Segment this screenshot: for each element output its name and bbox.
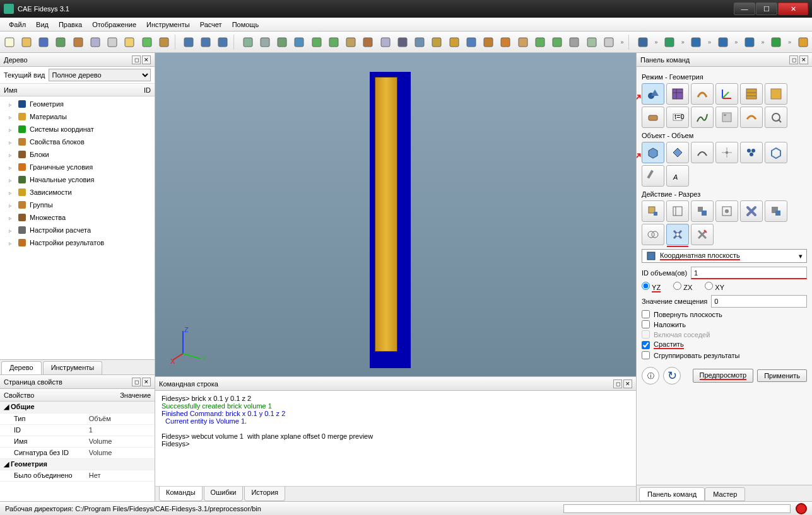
- expand-icon[interactable]: ▹: [9, 202, 15, 208]
- offset-input[interactable]: [711, 295, 807, 308]
- action-button[interactable]: [642, 224, 664, 245]
- console-output[interactable]: Fidesys> brick x 0.1 y 0.1 z 2Successful…: [155, 391, 636, 486]
- toolbar-button[interactable]: [122, 34, 138, 50]
- menu-item[interactable]: Правка: [54, 20, 87, 30]
- tree-node[interactable]: ▹Системы координат: [0, 123, 155, 136]
- console-tab[interactable]: Ошибки: [204, 487, 244, 501]
- objgrid-button[interactable]: [642, 165, 664, 187]
- expand-icon[interactable]: ▹: [9, 228, 15, 233]
- plane-radio[interactable]: XY: [705, 282, 724, 292]
- refresh-button[interactable]: ↻: [663, 367, 681, 385]
- toolbar-button[interactable]: [549, 34, 565, 50]
- toolbar-button[interactable]: [411, 34, 427, 50]
- toolbar-button[interactable]: [70, 34, 86, 50]
- objgrid-button[interactable]: [740, 142, 763, 163]
- modegrid-button[interactable]: [765, 83, 787, 105]
- property-row[interactable]: ID1: [0, 424, 155, 436]
- toolbar-button[interactable]: [18, 34, 34, 50]
- option-checkbox[interactable]: Наложить: [642, 320, 807, 328]
- modegrid-button[interactable]: t=0: [666, 107, 689, 128]
- property-grid[interactable]: ◢ ОбщиеТипОбъёмID1ИмяVolumeСигнатура без…: [0, 402, 155, 482]
- menu-item[interactable]: Инструменты: [141, 20, 195, 30]
- close-panel-button[interactable]: ✕: [142, 55, 151, 64]
- expand-icon[interactable]: ▹: [9, 139, 15, 145]
- close-panel-button[interactable]: ✕: [623, 379, 632, 388]
- plane-type-combo[interactable]: Координатная плоскость ▾: [642, 249, 807, 263]
- close-panel-button[interactable]: ✕: [142, 378, 151, 386]
- action-button[interactable]: [715, 200, 738, 222]
- toolbar-button[interactable]: [291, 34, 307, 50]
- toolbar-button[interactable]: [662, 34, 678, 50]
- property-row[interactable]: ТипОбъём: [0, 413, 155, 424]
- error-indicator-icon[interactable]: [796, 503, 807, 514]
- toolbar-button[interactable]: [36, 34, 52, 50]
- toolbar-button[interactable]: [429, 34, 445, 50]
- toolbar-button[interactable]: [601, 34, 616, 50]
- objgrid-button[interactable]: [715, 142, 738, 163]
- property-row[interactable]: Было объединеноНет: [0, 470, 155, 481]
- action-button[interactable]: [691, 200, 714, 222]
- expand-icon[interactable]: ▹: [9, 127, 15, 132]
- undock-button[interactable]: ◻: [132, 378, 141, 386]
- modegrid-button[interactable]: [642, 107, 664, 128]
- console-tab[interactable]: История: [244, 487, 285, 501]
- expand-icon[interactable]: ▹: [9, 240, 15, 246]
- toolbar-button[interactable]: [156, 34, 172, 50]
- action-button[interactable]: [740, 200, 763, 222]
- tree-tab[interactable]: Инструменты: [43, 361, 103, 374]
- menu-item[interactable]: Вид: [31, 20, 54, 30]
- tree-node[interactable]: ▹Граничные условия: [0, 161, 155, 173]
- action-button[interactable]: [691, 224, 714, 245]
- action-button[interactable]: [765, 200, 787, 222]
- console-tab[interactable]: Команды: [159, 487, 203, 501]
- tree-node[interactable]: ▹Блоки: [0, 148, 155, 161]
- modegrid-button[interactable]: [740, 83, 763, 105]
- undock-button[interactable]: ◻: [132, 55, 141, 64]
- toolbar-button[interactable]: [1, 34, 17, 50]
- tree-node[interactable]: ▹Настройки результатов: [0, 236, 155, 249]
- tree-view-select[interactable]: Полное дерево: [49, 69, 151, 81]
- expand-icon[interactable]: ▹: [9, 114, 15, 120]
- objgrid-button[interactable]: [666, 142, 689, 163]
- toolbar-button[interactable]: [715, 34, 731, 50]
- action-button[interactable]: [666, 224, 689, 245]
- property-row[interactable]: ИмяVolume: [0, 436, 155, 447]
- toolbar-button[interactable]: [215, 34, 231, 50]
- minimize-button[interactable]: —: [734, 3, 755, 15]
- modegrid-button[interactable]: ↗: [642, 83, 664, 105]
- tree-node[interactable]: ▹Множества: [0, 211, 155, 224]
- modegrid-button[interactable]: [691, 83, 714, 105]
- toolbar-button[interactable]: [394, 34, 410, 50]
- toolbar-button[interactable]: [446, 34, 462, 50]
- undock-button[interactable]: ◻: [613, 379, 622, 388]
- toolbar-button[interactable]: [360, 34, 376, 50]
- modegrid-button[interactable]: [715, 107, 738, 128]
- plane-radio[interactable]: YZ: [642, 282, 661, 292]
- tree-node[interactable]: ▹Группы: [0, 199, 155, 211]
- toolbar-button[interactable]: [768, 34, 784, 50]
- toolbar-button[interactable]: [532, 34, 548, 50]
- tree-node[interactable]: ▹Зависимости: [0, 186, 155, 199]
- option-checkbox[interactable]: Сгруппировать результаты: [642, 351, 807, 359]
- toolbar-button[interactable]: [105, 34, 121, 50]
- action-button[interactable]: [666, 200, 689, 222]
- undock-button[interactable]: ◻: [789, 55, 798, 64]
- expand-icon[interactable]: ▹: [9, 165, 15, 170]
- apply-button[interactable]: Применить: [757, 369, 807, 382]
- toolbar-button[interactable]: [326, 34, 341, 50]
- menu-item[interactable]: Отображение: [87, 20, 141, 30]
- modegrid-button[interactable]: [691, 107, 714, 128]
- modegrid-button[interactable]: [740, 107, 763, 128]
- menu-item[interactable]: Расчет: [195, 20, 227, 30]
- expand-icon[interactable]: ▹: [9, 152, 15, 158]
- toolbar-button[interactable]: [343, 34, 358, 50]
- property-row[interactable]: Сигнатура без IDVolume: [0, 447, 155, 458]
- action-button[interactable]: [642, 200, 664, 222]
- toolbar-button[interactable]: [274, 34, 290, 50]
- toolbar-button[interactable]: [515, 34, 531, 50]
- tree-node[interactable]: ▹Начальные условия: [0, 173, 155, 186]
- toolbar-button[interactable]: [498, 34, 514, 50]
- preview-button[interactable]: Предпросмотр: [693, 369, 754, 383]
- tree-tab[interactable]: Дерево: [1, 361, 42, 374]
- right-tab[interactable]: Панель команд: [639, 487, 705, 501]
